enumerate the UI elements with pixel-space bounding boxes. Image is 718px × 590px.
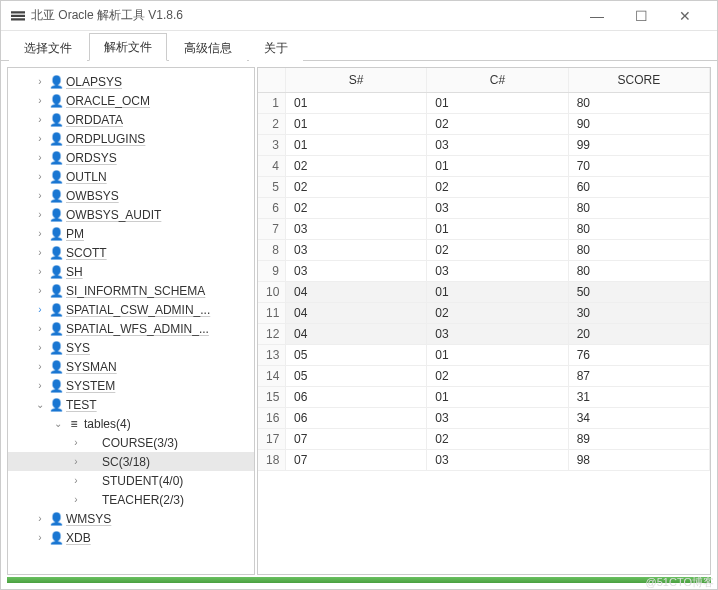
close-button[interactable]: ✕: [663, 2, 707, 30]
table-row[interactable]: 18070398: [258, 450, 710, 471]
table-row[interactable]: 17070289: [258, 429, 710, 450]
chevron-icon[interactable]: ›: [34, 361, 46, 372]
table-row[interactable]: 14050287: [258, 366, 710, 387]
cell[interactable]: 03: [427, 324, 568, 345]
cell[interactable]: 31: [569, 387, 710, 408]
cell[interactable]: 02: [427, 114, 568, 135]
cell[interactable]: 04: [286, 324, 427, 345]
tree-node[interactable]: ›👤SYS: [8, 338, 254, 357]
cell[interactable]: 06: [286, 387, 427, 408]
table-row[interactable]: 4020170: [258, 156, 710, 177]
chevron-icon[interactable]: ›: [34, 209, 46, 220]
table-row[interactable]: 10040150: [258, 282, 710, 303]
tree-node[interactable]: ›TEACHER(2/3): [8, 490, 254, 509]
chevron-icon[interactable]: ›: [34, 342, 46, 353]
cell[interactable]: 01: [427, 93, 568, 114]
chevron-icon[interactable]: ›: [34, 266, 46, 277]
chevron-icon[interactable]: ›: [70, 456, 82, 467]
cell[interactable]: 80: [569, 261, 710, 282]
chevron-icon[interactable]: ›: [70, 494, 82, 505]
table-row[interactable]: 11040230: [258, 303, 710, 324]
cell[interactable]: 01: [286, 135, 427, 156]
tree-node[interactable]: ›👤ORDPLUGINS: [8, 129, 254, 148]
chevron-icon[interactable]: ›: [34, 323, 46, 334]
table-row[interactable]: 1010180: [258, 93, 710, 114]
cell[interactable]: 03: [427, 198, 568, 219]
cell[interactable]: 02: [427, 303, 568, 324]
cell[interactable]: 02: [427, 366, 568, 387]
tree-node[interactable]: ›👤OWBSYS_AUDIT: [8, 205, 254, 224]
cell[interactable]: 87: [569, 366, 710, 387]
cell[interactable]: 01: [286, 114, 427, 135]
cell[interactable]: 01: [427, 219, 568, 240]
table-row[interactable]: 7030180: [258, 219, 710, 240]
tab-3[interactable]: 关于: [249, 34, 303, 61]
cell[interactable]: 07: [286, 450, 427, 471]
cell[interactable]: 04: [286, 282, 427, 303]
chevron-icon[interactable]: ›: [34, 380, 46, 391]
tree-node[interactable]: ›👤SYSMAN: [8, 357, 254, 376]
tree-node[interactable]: ⌄👤TEST: [8, 395, 254, 414]
cell[interactable]: 98: [569, 450, 710, 471]
cell[interactable]: 02: [427, 177, 568, 198]
chevron-icon[interactable]: ⌄: [52, 418, 64, 429]
cell[interactable]: 01: [427, 156, 568, 177]
minimize-button[interactable]: —: [575, 2, 619, 30]
tab-1[interactable]: 解析文件: [89, 33, 167, 61]
tree-node[interactable]: ›👤SPATIAL_CSW_ADMIN_...: [8, 300, 254, 319]
chevron-icon[interactable]: ›: [34, 513, 46, 524]
chevron-icon[interactable]: ›: [34, 95, 46, 106]
tree-node[interactable]: ›SC(3/18): [8, 452, 254, 471]
table-row[interactable]: 8030280: [258, 240, 710, 261]
cell[interactable]: 89: [569, 429, 710, 450]
table-row[interactable]: 6020380: [258, 198, 710, 219]
cell[interactable]: 34: [569, 408, 710, 429]
table-row[interactable]: 9030380: [258, 261, 710, 282]
tree-node[interactable]: ›👤OLAPSYS: [8, 72, 254, 91]
tree-node[interactable]: ›👤SCOTT: [8, 243, 254, 262]
table-row[interactable]: 5020260: [258, 177, 710, 198]
chevron-icon[interactable]: ›: [34, 532, 46, 543]
cell[interactable]: 76: [569, 345, 710, 366]
table-row[interactable]: 13050176: [258, 345, 710, 366]
cell[interactable]: 05: [286, 366, 427, 387]
cell[interactable]: 03: [286, 261, 427, 282]
chevron-icon[interactable]: ›: [34, 171, 46, 182]
chevron-icon[interactable]: ›: [34, 304, 46, 315]
tree-node[interactable]: ›👤SI_INFORMTN_SCHEMA: [8, 281, 254, 300]
tree-node[interactable]: ⌄≡tables(4): [8, 414, 254, 433]
tree-node[interactable]: ›👤XDB: [8, 528, 254, 547]
cell[interactable]: 05: [286, 345, 427, 366]
column-header[interactable]: C#: [427, 68, 568, 92]
cell[interactable]: 80: [569, 93, 710, 114]
tree-node[interactable]: ›👤OUTLN: [8, 167, 254, 186]
table-row[interactable]: 16060334: [258, 408, 710, 429]
cell[interactable]: 30: [569, 303, 710, 324]
chevron-icon[interactable]: ›: [34, 228, 46, 239]
cell[interactable]: 02: [286, 156, 427, 177]
cell[interactable]: 04: [286, 303, 427, 324]
tree-node[interactable]: ›👤SH: [8, 262, 254, 281]
cell[interactable]: 02: [286, 177, 427, 198]
tree-node[interactable]: ›👤PM: [8, 224, 254, 243]
tree-node[interactable]: ›COURSE(3/3): [8, 433, 254, 452]
cell[interactable]: 02: [427, 240, 568, 261]
cell[interactable]: 03: [427, 261, 568, 282]
cell[interactable]: 01: [427, 282, 568, 303]
tree-node[interactable]: ›👤ORDSYS: [8, 148, 254, 167]
cell[interactable]: 50: [569, 282, 710, 303]
chevron-icon[interactable]: ›: [70, 437, 82, 448]
cell[interactable]: 03: [286, 240, 427, 261]
chevron-icon[interactable]: ›: [34, 76, 46, 87]
tree-node[interactable]: ›👤ORDDATA: [8, 110, 254, 129]
chevron-icon[interactable]: ›: [34, 133, 46, 144]
cell[interactable]: 01: [427, 387, 568, 408]
cell[interactable]: 02: [427, 429, 568, 450]
cell[interactable]: 03: [286, 219, 427, 240]
table-row[interactable]: 15060131: [258, 387, 710, 408]
chevron-icon[interactable]: ›: [34, 247, 46, 258]
column-header[interactable]: SCORE: [569, 68, 710, 92]
tree-node[interactable]: ›👤WMSYS: [8, 509, 254, 528]
chevron-icon[interactable]: ›: [70, 475, 82, 486]
cell[interactable]: 60: [569, 177, 710, 198]
